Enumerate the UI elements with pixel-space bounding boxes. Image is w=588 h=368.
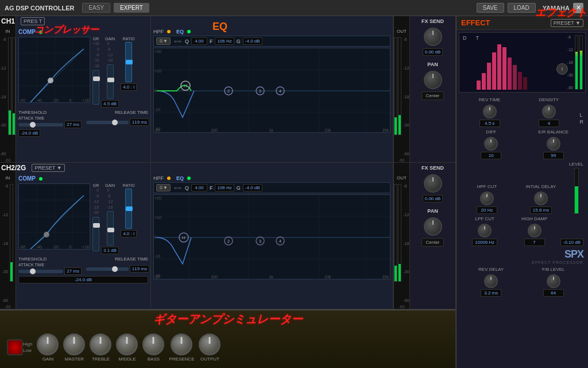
ch2-release-slider[interactable] <box>86 267 129 271</box>
ch2-eq-graph[interactable]: H 2 3 4 20 100 1k 10k 20k <box>153 194 390 279</box>
ch1-eq-graph[interactable]: H 2 3 4 20 100 1k 10k 20k <box>153 48 390 133</box>
effect-bar-5 <box>497 44 501 90</box>
ch2-attack-value: 27 ms <box>64 267 82 275</box>
ch1-fx-value: 0.00 dB <box>423 48 443 56</box>
effect-rev-time-knob[interactable] <box>483 105 497 118</box>
effect-initial-delay-value: 15.8 ms <box>530 206 552 214</box>
effect-bar-10 <box>523 77 527 90</box>
svg-text:H: H <box>182 235 185 240</box>
ch1-gr-slider[interactable] <box>92 70 99 105</box>
amp-bass-knob[interactable] <box>142 334 164 355</box>
effect-i-marker[interactable]: I <box>556 63 568 75</box>
spfx-sub: EFFECT PROCESSOR <box>532 260 583 264</box>
ch1-attack-slider[interactable] <box>18 123 63 126</box>
ch2-gain-slider[interactable] <box>107 211 114 246</box>
effect-density-knob[interactable] <box>542 105 556 118</box>
ch1-threshold-value: -24.0 dB <box>18 129 40 137</box>
effect-diff-knob[interactable] <box>484 137 498 151</box>
ch1-preset[interactable]: PRES T <box>21 17 45 25</box>
ch1-fx-pan: FX SEND 0.00 dB PAN Center <box>409 16 455 162</box>
ch1-eq-param-bar: ①▼ ⟺ Q 4.00 F 106 Hz G -4.0 dB <box>153 36 390 47</box>
amp-middle-knob-group: MIDDLE <box>116 334 138 362</box>
svg-text:2: 2 <box>227 89 230 94</box>
ch2-attack-slider[interactable] <box>18 270 63 273</box>
effect-rev-delay-knob[interactable] <box>484 274 498 288</box>
easy-mode-btn[interactable]: EASY <box>82 3 110 13</box>
ch2-eq-param-bar: ①▼ ⟺ Q 4.00 F 106 Hz G -4.0 dB <box>153 182 390 193</box>
ch1-out-meter: OUT -6 -12 -18 -30 <box>393 16 409 162</box>
ch1-strip: CH1 PRES T IN -6 -12 -18 -30 -60 <box>0 16 455 163</box>
effect-er-balance-value: 99 <box>543 152 564 159</box>
effect-bar-2 <box>482 73 486 90</box>
ch1-eq-band-select[interactable]: ①▼ <box>156 37 171 45</box>
amp-power-button[interactable] <box>7 339 23 355</box>
ch2-gr-slider[interactable] <box>92 217 99 251</box>
ch2-hpf-led[interactable] <box>167 177 171 180</box>
effect-reverb-graph[interactable]: D T I -6 -12 <box>459 32 586 93</box>
ch1-comp-section: COMP <box>16 16 151 162</box>
ch1-ratio-slider[interactable] <box>125 42 132 82</box>
ch1-comp-led[interactable] <box>39 30 42 34</box>
svg-point-30 <box>44 232 49 237</box>
ch2-fx-send-knob[interactable] <box>424 174 442 193</box>
ch2-eq-section: HPF EQ ①▼ ⟺ Q 4.00 F 106 Hz G -4.0 dB <box>151 163 393 309</box>
ch2-eq-led[interactable] <box>187 177 191 180</box>
ch1-comp-title: COMP <box>18 29 36 35</box>
save-button[interactable]: SAVE <box>477 3 504 13</box>
ch2-eq-band-select[interactable]: ①▼ <box>156 184 171 191</box>
ch1-eq-led[interactable] <box>187 30 191 33</box>
expert-mode-btn[interactable]: EXPERT <box>114 3 149 13</box>
app-title: AG DSP CONTROLLER <box>5 5 74 12</box>
effect-hpf-cut-knob[interactable] <box>480 191 494 205</box>
ch2-gr-slider-col: GR 0 -6 -12 -18 -30 <box>92 183 99 254</box>
ch2-out-meter: OUT -6 -12 -18 -30 <box>393 163 409 309</box>
amp-master-knob[interactable] <box>63 334 85 355</box>
ch2-strip: CH2/2G PRESET ▼ IN -6 -12 -18 -30 -60 <box>0 163 455 309</box>
effect-bar-8 <box>513 65 517 90</box>
ch1-release-slider[interactable] <box>86 121 129 124</box>
ch1-release-value: 119 ms <box>130 118 149 126</box>
svg-text:3: 3 <box>259 89 262 94</box>
effect-fb-level-knob[interactable] <box>547 274 560 288</box>
ch2-ratio-slider[interactable] <box>125 189 132 229</box>
ch1-gain-slider[interactable] <box>107 64 114 99</box>
ch1-attack-value: 27 ms <box>64 121 82 128</box>
amp-output-knob[interactable] <box>199 334 220 355</box>
effect-high-damp-value: 7 <box>524 239 545 246</box>
ch2-pan-knob[interactable] <box>424 217 442 236</box>
effect-fb-level-value: 64 <box>543 289 564 297</box>
effect-rev-time-value: 4.5 s <box>479 120 500 127</box>
ch1-eq-section: HPF EQ ①▼ ⟺ Q 4.00 F 106 Hz G -4.0 dB <box>151 16 393 162</box>
svg-text:H: H <box>184 83 187 89</box>
effect-lpf-cut-knob[interactable] <box>478 224 492 237</box>
ch2-comp-title: COMP <box>18 175 36 182</box>
amp-master-knob-group: MASTER <box>63 334 85 362</box>
amp-presence-knob-group: PRESENCE <box>169 334 194 362</box>
amp-gain-knob[interactable] <box>37 334 59 355</box>
amp-presence-knob[interactable] <box>171 334 192 355</box>
ch2-comp-led[interactable] <box>39 177 42 181</box>
svg-point-7 <box>48 78 53 83</box>
ch1-pan-knob[interactable] <box>424 71 442 89</box>
ch2-preset[interactable]: PRESET ▼ <box>32 164 64 172</box>
load-button[interactable]: LOAD <box>508 3 536 13</box>
effect-initial-delay-knob[interactable] <box>534 191 548 205</box>
effect-density-value: 4 <box>539 120 559 127</box>
ch1-pan-value: Center <box>421 91 443 100</box>
effect-preset[interactable]: PRESET ▼ <box>551 19 583 27</box>
ch1-in-meter: IN -6 -12 -18 -30 -60 <box>0 16 16 162</box>
amp-treble-knob[interactable] <box>90 334 111 355</box>
guitar-amp-section: ギターアンプシミュレーター High Low GAIN MASTER TRE <box>0 309 455 368</box>
ch2-release-value: 119 ms <box>130 265 149 273</box>
effect-r-meter <box>579 35 583 90</box>
ch1-hpf-led[interactable] <box>167 30 171 33</box>
ch2-gain-value: 3.1 dB <box>101 247 119 254</box>
effect-er-balance-knob[interactable] <box>547 137 560 151</box>
close-button[interactable]: ✕ <box>573 3 583 13</box>
svg-text:3: 3 <box>259 239 262 244</box>
amp-bass-knob-group: BASS <box>142 334 164 362</box>
effect-high-damp-knob[interactable] <box>528 224 541 237</box>
amp-middle-knob[interactable] <box>116 334 138 355</box>
ch1-fx-send-knob[interactable] <box>424 28 442 46</box>
ch2-ratio-slider-col: RATIO 4.0 : I <box>121 183 137 254</box>
